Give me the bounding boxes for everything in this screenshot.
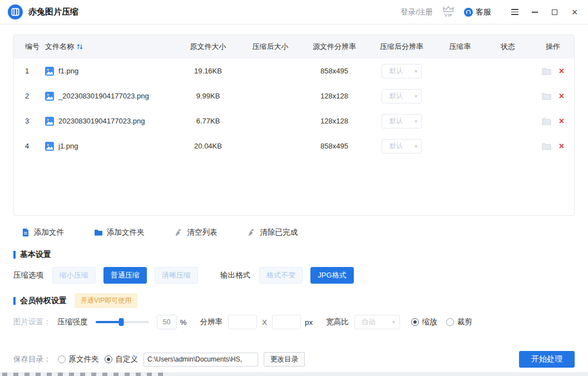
file-table: 编号 文件名称 原文件大小 压缩后大小 源文件分辨率 压缩后分辨率 压缩率 状态… — [13, 34, 575, 216]
resolution-separator: X — [262, 318, 267, 326]
change-directory-button[interactable]: 更改目录 — [264, 352, 305, 367]
customer-service-button[interactable]: 客服 — [464, 7, 491, 17]
table-row: 4 j1.png 20.04KB 858x495 默认 ▾ × — [14, 133, 574, 159]
app-logo-icon — [8, 4, 23, 19]
add-file-button[interactable]: 添加文件 — [21, 227, 64, 238]
maximize-icon — [552, 9, 557, 15]
strength-label: 压缩强度 — [58, 317, 88, 327]
file-name: j1.png — [58, 142, 78, 150]
row-index: 1 — [14, 67, 45, 75]
image-settings-row: 图片设置： 压缩强度 50 % 分辨率 X px 宽高比 自动 ▾ 缩放 裁剪 — [13, 315, 575, 329]
file-name: _202308301904177023.png — [58, 92, 149, 100]
chevron-down-icon: ▾ — [414, 68, 417, 74]
resolution-preset-select[interactable]: 默认 ▾ — [382, 139, 422, 154]
chevron-down-icon: ▾ — [414, 93, 417, 99]
row-index: 3 — [14, 117, 45, 125]
custom-folder-label: 自定义 — [116, 354, 139, 364]
file-name: 202308301904177023.png — [58, 117, 145, 125]
open-folder-icon[interactable] — [542, 117, 551, 125]
resolution-preset-select[interactable]: 默认 ▾ — [382, 64, 422, 78]
hamburger-icon — [511, 9, 518, 15]
aspect-ratio-value: 自动 — [362, 318, 375, 327]
maximize-button[interactable] — [547, 4, 562, 20]
image-thumbnail-icon — [45, 117, 54, 126]
open-folder-icon[interactable] — [542, 92, 551, 100]
header-compression-rate: 压缩率 — [436, 42, 484, 52]
minimize-icon — [532, 12, 538, 13]
start-processing-button[interactable]: 开始处理 — [519, 351, 575, 368]
clear-completed-icon — [248, 228, 256, 237]
original-folder-radio[interactable]: 原文件夹 — [58, 354, 99, 364]
add-file-icon — [21, 228, 30, 237]
row-index: 4 — [14, 142, 45, 150]
radio-dot-selected — [411, 318, 419, 326]
table-body: 1 f1.png 19.16KB 858x495 默认 ▾ × 2 — [14, 58, 574, 159]
radio-dot — [446, 318, 454, 326]
original-size: 20.04KB — [177, 142, 239, 150]
format-unchanged[interactable]: 格式不变 — [259, 267, 303, 284]
close-button[interactable]: × — [567, 4, 582, 20]
open-folder-icon[interactable] — [542, 67, 551, 75]
add-folder-label: 添加文件夹 — [107, 227, 145, 238]
preset-value: 默认 — [389, 141, 403, 151]
header-target-resolution: 压缩后分辨率 — [367, 42, 436, 52]
delete-icon[interactable]: × — [559, 117, 564, 126]
clear-completed-label: 清除已完成 — [260, 227, 298, 238]
strength-slider[interactable] — [96, 321, 149, 323]
original-size: 9.99KB — [177, 92, 239, 100]
vip-button[interactable]: VIP — [443, 6, 454, 18]
clear-completed-button[interactable]: 清除已完成 — [248, 227, 298, 238]
table-row: 3 202308301904177023.png 6.77KB 128x128 … — [14, 108, 574, 133]
option-normal-compress[interactable]: 普通压缩 — [103, 267, 147, 284]
scale-radio-label: 缩放 — [422, 317, 437, 327]
delete-icon[interactable]: × — [559, 67, 564, 76]
header-filename[interactable]: 文件名称 — [45, 42, 177, 52]
crop-radio[interactable]: 裁剪 — [446, 317, 472, 327]
clear-list-button[interactable]: 清空列表 — [175, 227, 218, 238]
clear-list-icon — [175, 228, 184, 237]
preset-value: 默认 — [389, 116, 403, 126]
option-clear-compress[interactable]: 清晰压缩 — [155, 267, 198, 284]
slider-handle[interactable] — [118, 318, 123, 326]
save-path-input[interactable] — [144, 353, 258, 367]
aspect-ratio-select[interactable]: 自动 ▾ — [354, 315, 400, 329]
add-file-label: 添加文件 — [34, 227, 64, 238]
sort-icon — [77, 43, 83, 50]
output-format-label: 输出格式 — [220, 270, 250, 280]
resolution-height-input[interactable] — [272, 315, 301, 329]
login-register-link[interactable]: 登录/注册 — [401, 7, 433, 17]
clipped-text-remnant — [2, 373, 169, 376]
headset-icon — [464, 8, 473, 17]
image-settings-label: 图片设置： — [13, 317, 51, 327]
source-resolution: 858x495 — [302, 67, 367, 75]
open-folder-icon[interactable] — [542, 142, 551, 150]
crop-radio-label: 裁剪 — [457, 317, 472, 327]
custom-folder-radio[interactable]: 自定义 — [105, 354, 139, 364]
chevron-down-icon: ▾ — [392, 319, 395, 325]
save-directory-label: 保存目录： — [13, 354, 51, 364]
delete-icon[interactable]: × — [559, 92, 564, 101]
crown-icon — [443, 6, 454, 13]
minimize-button[interactable] — [527, 4, 542, 20]
table-header: 编号 文件名称 原文件大小 压缩后大小 源文件分辨率 压缩后分辨率 压缩率 状态… — [14, 35, 574, 58]
add-folder-button[interactable]: 添加文件夹 — [94, 227, 145, 238]
resolution-preset-select[interactable]: 默认 ▾ — [382, 89, 422, 103]
format-jpg[interactable]: JPG格式 — [310, 267, 354, 284]
radio-dot-selected — [105, 355, 112, 363]
image-thumbnail-icon — [45, 67, 54, 76]
option-shrink-compress[interactable]: 缩小压缩 — [52, 267, 96, 284]
scale-radio[interactable]: 缩放 — [411, 317, 437, 327]
row-index: 2 — [14, 92, 45, 100]
resolution-preset-select[interactable]: 默认 ▾ — [382, 114, 422, 128]
original-folder-label: 原文件夹 — [69, 354, 99, 364]
window-controls: × — [507, 4, 582, 20]
menu-button[interactable] — [507, 4, 522, 20]
resolution-width-input[interactable] — [228, 315, 257, 329]
basic-settings-title: 基本设置 — [20, 250, 51, 260]
table-row: 2 _202308301904177023.png 9.99KB 128x128… — [14, 83, 574, 108]
delete-icon[interactable]: × — [559, 142, 564, 151]
strength-value-input[interactable]: 50 — [157, 315, 177, 329]
section-marker — [13, 297, 16, 305]
file-toolbar: 添加文件 添加文件夹 清空列表 清除已完成 — [21, 227, 298, 238]
save-directory-row: 保存目录： 原文件夹 自定义 更改目录 开始处理 — [13, 351, 575, 368]
